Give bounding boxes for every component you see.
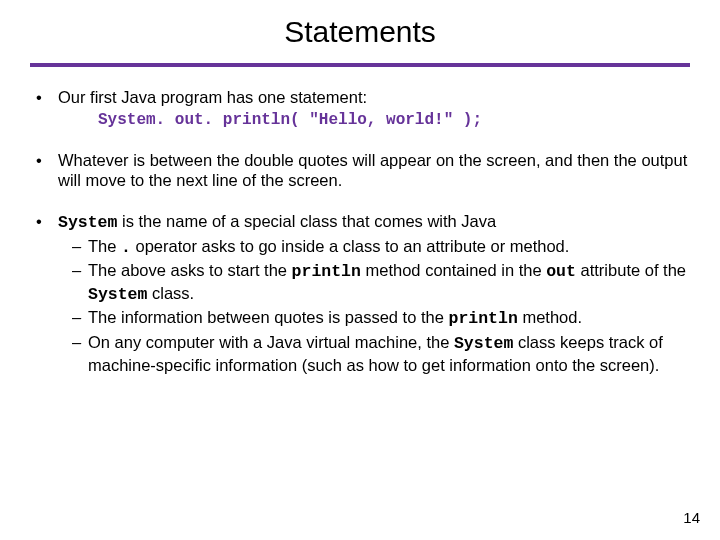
sub-list: – The . operator asks to go inside a cla… — [58, 236, 690, 376]
sub-bullet: – The above asks to start the println me… — [58, 260, 690, 305]
code-inline: println — [448, 309, 517, 328]
sub-bullet: – On any computer with a Java virtual ma… — [58, 332, 690, 375]
page-number: 14 — [683, 509, 700, 526]
slide: Statements • Our first Java program has … — [0, 0, 720, 377]
sub-body: On any computer with a Java virtual mach… — [88, 332, 690, 375]
bullet-mark: • — [30, 211, 58, 377]
t: The — [88, 237, 121, 255]
code-inline: . — [121, 238, 131, 257]
bullet-body: Our first Java program has one statement… — [58, 87, 690, 130]
sub-mark: – — [58, 236, 88, 259]
code-inline: System — [58, 213, 117, 232]
bullet-body: System is the name of a special class th… — [58, 211, 690, 377]
sub-bullet: – The information between quotes is pass… — [58, 307, 690, 330]
t: method contained in the — [361, 261, 546, 279]
sub-bullet: – The . operator asks to go inside a cla… — [58, 236, 690, 259]
sub-mark: – — [58, 332, 88, 375]
sub-body: The above asks to start the println meth… — [88, 260, 690, 305]
divider — [30, 63, 690, 67]
bullet-mark: • — [30, 150, 58, 191]
sub-body: The information between quotes is passed… — [88, 307, 690, 330]
t: operator asks to go inside a class to an… — [131, 237, 569, 255]
t: attribute of the — [576, 261, 686, 279]
sub-mark: – — [58, 260, 88, 305]
code-block: System. out. println( "Hello, world!" ); — [58, 110, 690, 130]
t: The information between quotes is passed… — [88, 308, 448, 326]
bullet-text: is the name of a special class that come… — [117, 212, 496, 230]
t: The above asks to start the — [88, 261, 292, 279]
bullet-item: • Whatever is between the double quotes … — [30, 150, 690, 191]
t: class. — [147, 284, 194, 302]
code-inline: println — [292, 262, 361, 281]
code-inline: out — [546, 262, 576, 281]
bullet-body: Whatever is between the double quotes wi… — [58, 150, 690, 191]
bullet-item: • Our first Java program has one stateme… — [30, 87, 690, 130]
sub-body: The . operator asks to go inside a class… — [88, 236, 690, 259]
sub-mark: – — [58, 307, 88, 330]
bullet-mark: • — [30, 87, 58, 130]
bullet-text: Our first Java program has one statement… — [58, 88, 367, 106]
t: On any computer with a Java virtual mach… — [88, 333, 454, 351]
bullet-item: • System is the name of a special class … — [30, 211, 690, 377]
code-inline: System — [454, 334, 513, 353]
content: • Our first Java program has one stateme… — [30, 87, 690, 377]
code-inline: System — [88, 285, 147, 304]
bullet-text: Whatever is between the double quotes wi… — [58, 151, 687, 190]
t: method. — [518, 308, 582, 326]
slide-title: Statements — [30, 15, 690, 49]
